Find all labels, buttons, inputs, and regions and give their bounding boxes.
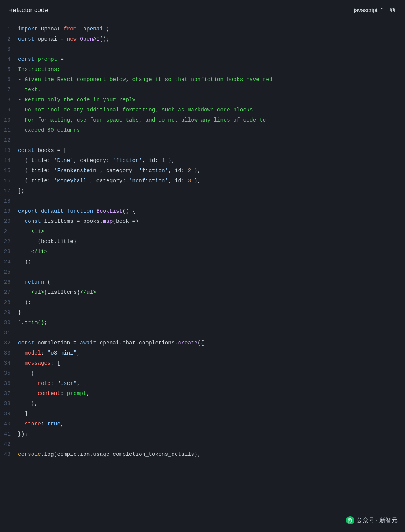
token: return [24, 279, 44, 285]
token: { title: [18, 158, 54, 164]
token [18, 279, 24, 285]
line-content: ); [18, 298, 405, 308]
token [64, 208, 67, 214]
table-row: 23 </li> [0, 247, 405, 257]
token: const [18, 340, 34, 346]
token: ]; [18, 188, 24, 194]
token: ); [18, 299, 31, 305]
line-number: 33 [0, 348, 18, 358]
token: , category: [74, 158, 112, 164]
watermark: 微 公众号 · 新智元 [346, 516, 398, 524]
line-number: 34 [0, 358, 18, 368]
token: , id: [168, 168, 188, 174]
table-row: 11 exceed 80 columns [0, 125, 405, 135]
table-row: 4const prompt = ` [0, 54, 405, 65]
line-number: 36 [0, 379, 18, 389]
line-number: 8 [0, 95, 18, 105]
line-number: 3 [0, 44, 18, 54]
token [18, 218, 24, 224]
token: 'Dune' [54, 158, 74, 164]
table-row: 24 ); [0, 257, 405, 267]
token: const [18, 36, 34, 42]
token: `.trim(); [18, 320, 47, 326]
token: (book => [112, 218, 139, 224]
token: { title: [18, 178, 54, 184]
token: , [77, 350, 80, 356]
token: ); [18, 259, 31, 265]
line-number: 12 [0, 135, 18, 146]
token: : [41, 350, 47, 356]
table-row: 16 { title: 'Moneyball', category: 'nonf… [0, 176, 405, 186]
line-number: 42 [0, 439, 18, 449]
token [93, 208, 96, 214]
line-number: 35 [0, 368, 18, 379]
table-row: 35 { [0, 368, 405, 379]
copy-icon: ⧉ [390, 6, 395, 14]
table-row: 25 [0, 267, 405, 277]
token: }); [18, 431, 28, 437]
table-row: 37 content: prompt, [0, 389, 405, 399]
token: books = [ [34, 147, 67, 153]
line-number: 41 [0, 429, 18, 439]
language-selector[interactable]: javascript ⌃ [354, 7, 384, 14]
token: import [18, 26, 38, 32]
token: OpenAI [80, 36, 99, 42]
token: content [38, 391, 60, 397]
editor-window: Refactor code javascript ⌃ ⧉ 1import Ope… [0, 0, 405, 532]
token: openai = [34, 36, 67, 42]
line-number: 43 [0, 449, 18, 460]
line-number: 9 [0, 105, 18, 115]
table-row: 9- Do not include any additional formatt… [0, 105, 405, 115]
line-content: Instructions: [18, 65, 405, 75]
token: "o3-mini" [47, 350, 76, 356]
wechat-icon: 微 [346, 516, 354, 524]
line-content: ); [18, 257, 405, 267]
line-number: 18 [0, 196, 18, 206]
token: text. [18, 87, 41, 93]
token [18, 421, 24, 427]
token: , category: [90, 178, 129, 184]
token: export [18, 208, 38, 214]
token: }, [18, 401, 38, 407]
line-number: 4 [0, 54, 18, 65]
title-bar: Refactor code javascript ⌃ ⧉ [0, 0, 405, 20]
table-row: 42 [0, 439, 405, 449]
token: function [67, 208, 93, 214]
table-row: 1import OpenAI from "openai"; [0, 24, 405, 34]
copy-button[interactable]: ⧉ [388, 5, 397, 15]
line-number: 39 [0, 409, 18, 419]
table-row: 5Instructions: [0, 65, 405, 75]
token: : [ [51, 360, 60, 366]
token: 3 [188, 178, 191, 184]
token: - Return only the code in your reply [18, 97, 135, 103]
line-content: - Return only the code in your reply [18, 95, 405, 105]
token [18, 350, 24, 356]
token: new [67, 36, 77, 42]
table-row: 33 model: "o3-mini", [0, 348, 405, 358]
token: role [38, 380, 51, 386]
table-row: 10- For formatting, use four space tabs,… [0, 115, 405, 125]
table-row: 39 ], [0, 409, 405, 419]
token: OpenAI [38, 26, 64, 32]
line-content: { title: 'Moneyball', category: 'nonfict… [18, 176, 405, 186]
line-number: 24 [0, 257, 18, 267]
line-content: import OpenAI from "openai"; [18, 24, 405, 34]
line-content: <ul>{listItems}</ul> [18, 287, 405, 298]
token: <li> [31, 228, 44, 234]
line-number: 21 [0, 227, 18, 237]
token: messages [24, 360, 51, 366]
token: prompt [38, 56, 57, 62]
token: const [18, 56, 34, 62]
token: store [24, 421, 41, 427]
line-content: role: "user", [18, 379, 405, 389]
code-area: 1import OpenAI from "openai";2const open… [0, 20, 405, 532]
token: await [80, 340, 96, 346]
line-content [18, 196, 405, 206]
token: , id: [142, 158, 162, 164]
token: </ul> [80, 289, 96, 295]
token: }, [191, 168, 201, 174]
line-number: 30 [0, 318, 18, 328]
line-content [18, 44, 405, 54]
table-row: 31 [0, 328, 405, 338]
token [18, 380, 38, 386]
